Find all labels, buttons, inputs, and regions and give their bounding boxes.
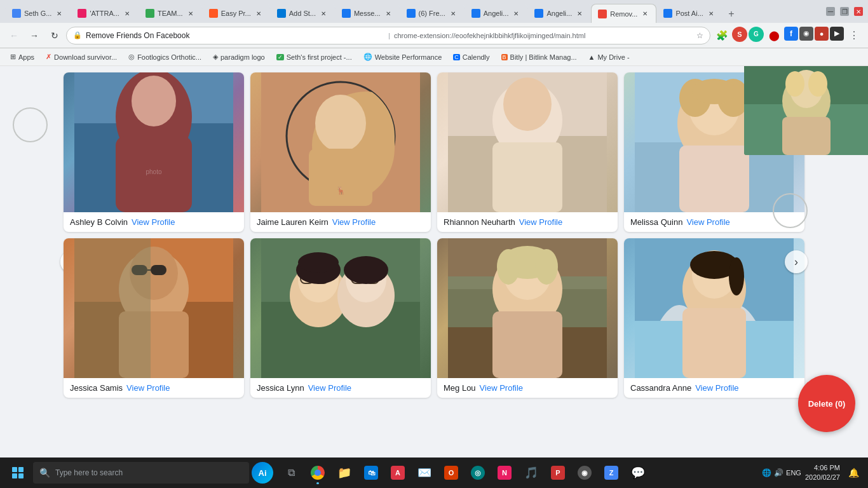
- friend-card-jessica-s[interactable]: Jessica Samis View Profile: [64, 238, 244, 398]
- bookmark-calendly[interactable]: C Calendly: [448, 52, 494, 62]
- tab-messe-close[interactable]: ✕: [384, 9, 393, 18]
- bookmark-apps[interactable]: ⊞ Apps: [5, 51, 39, 62]
- profile-icon[interactable]: S: [732, 27, 747, 42]
- bookmark-star-icon[interactable]: ☆: [696, 31, 703, 40]
- forward-button[interactable]: →: [25, 27, 43, 44]
- tab-remove-close[interactable]: ✕: [641, 10, 649, 18]
- app15-taskbar[interactable]: 💬: [625, 460, 651, 485]
- ext2-icon[interactable]: ◉: [799, 27, 813, 41]
- tab-remove[interactable]: Remov... ✕: [591, 4, 656, 23]
- tab-team[interactable]: TEAM... ✕: [139, 4, 202, 23]
- jessica-s-view-profile[interactable]: View Profile: [126, 383, 170, 393]
- app11-icon: 🎵: [524, 466, 538, 480]
- app8-taskbar[interactable]: O: [438, 460, 464, 485]
- volume-icon[interactable]: 🔊: [774, 468, 783, 477]
- meg-view-profile[interactable]: View Profile: [480, 383, 523, 393]
- chrome-taskbar[interactable]: [305, 460, 330, 485]
- app10-taskbar[interactable]: N: [492, 460, 517, 485]
- bookmark-website-label: Website Performance: [375, 53, 442, 61]
- tab-6free-close[interactable]: ✕: [449, 9, 458, 18]
- tab-angeli2[interactable]: Angeli... ✕: [527, 4, 591, 23]
- app12-taskbar[interactable]: P: [545, 460, 571, 485]
- tab-add[interactable]: Add St... ✕: [270, 4, 335, 23]
- bookmark-drive[interactable]: ▲ My Drive -: [583, 52, 635, 62]
- search-bar[interactable]: 🔍 Type here to search: [33, 462, 249, 484]
- maximize-button[interactable]: ❐: [840, 7, 849, 16]
- tab-postai[interactable]: Post Ai... ✕: [656, 4, 722, 23]
- language-indicator[interactable]: ENG: [786, 469, 801, 477]
- tab-seth-g[interactable]: Seth G... ✕: [5, 4, 71, 23]
- friend-card-cassandra[interactable]: Cassandra Anne View Profile: [624, 238, 804, 398]
- tab-easy[interactable]: Easy Pr... ✕: [202, 4, 270, 23]
- jaime-view-profile[interactable]: View Profile: [332, 217, 376, 227]
- tab-angeli1[interactable]: Angeli... ✕: [465, 4, 528, 23]
- tab-messe[interactable]: Messe... ✕: [335, 4, 400, 23]
- minimize-button[interactable]: ─: [826, 7, 835, 16]
- pdf-taskbar[interactable]: A: [385, 460, 410, 485]
- tab-postai-close[interactable]: ✕: [707, 9, 715, 18]
- bookmark-website[interactable]: 🌐 Website Performance: [358, 51, 447, 62]
- store-taskbar[interactable]: 🛍: [358, 460, 384, 485]
- jessica-l-view-profile[interactable]: View Profile: [308, 383, 351, 393]
- app11-taskbar[interactable]: 🎵: [519, 460, 544, 485]
- friend-card-rhiannon[interactable]: Rhiannon Neuharth View Profile: [437, 72, 618, 232]
- new-tab-button[interactable]: +: [722, 5, 740, 23]
- svg-point-9: [315, 95, 366, 152]
- cassandra-view-profile[interactable]: View Profile: [695, 383, 738, 393]
- bookmark-seths[interactable]: ✓ Seth's first project -...: [271, 52, 357, 62]
- facebook-icon[interactable]: f: [784, 27, 798, 41]
- lastpass-icon[interactable]: ⬤: [765, 27, 783, 44]
- bookmark-paradigm[interactable]: ◈ paradigm logo: [208, 51, 270, 62]
- app14-taskbar[interactable]: Z: [599, 460, 624, 485]
- bookmark-bitly-label: Bitly | Bitlink Manag...: [510, 53, 577, 61]
- friend-card-meg[interactable]: Meg Lou View Profile: [437, 238, 618, 398]
- notification-button[interactable]: 🔔: [844, 463, 863, 482]
- file-explorer-taskbar[interactable]: 📁: [332, 460, 357, 485]
- tab-seth-close[interactable]: ✕: [55, 9, 64, 18]
- address-bar[interactable]: 🔒 Remove Friends On Facebook | chrome-ex…: [66, 27, 710, 44]
- tab-angeli1-close[interactable]: ✕: [512, 9, 520, 18]
- friend-card-jessica-l[interactable]: Jessica Lynn View Profile: [250, 238, 431, 398]
- friend-card-ashley[interactable]: photo Ashley B Colvin View Profile: [64, 72, 244, 232]
- melissa-view-profile[interactable]: View Profile: [686, 217, 729, 227]
- system-clock[interactable]: 4:06 PM 2020/02/27: [805, 463, 840, 483]
- reload-button[interactable]: ↻: [46, 27, 64, 44]
- cortana-button[interactable]: Ai: [252, 462, 273, 484]
- rhiannon-view-profile[interactable]: View Profile: [519, 217, 562, 227]
- tab-attra[interactable]: 'ATTRA... ✕: [71, 4, 139, 23]
- tab-add-close[interactable]: ✕: [319, 9, 328, 18]
- next-friends-button[interactable]: ›: [785, 250, 808, 273]
- tab-angeli2-close[interactable]: ✕: [575, 9, 584, 18]
- taskbar-right: 🌐 🔊 ENG 4:06 PM 2020/02/27 🔔: [762, 463, 863, 483]
- svg-rect-30: [151, 265, 166, 275]
- back-button[interactable]: ←: [5, 27, 23, 44]
- close-button[interactable]: ✕: [854, 7, 863, 16]
- bookmark-footlogics[interactable]: ◎ Footlogics Orthotic...: [123, 51, 207, 62]
- ext3-icon[interactable]: ●: [815, 27, 829, 41]
- mail-taskbar[interactable]: ✉️: [412, 460, 437, 485]
- ashley-name: Ashley B Colvin: [70, 217, 128, 227]
- menu-button[interactable]: ⋮: [845, 27, 863, 44]
- ext4-icon[interactable]: ▶: [830, 27, 844, 41]
- tab-team-close[interactable]: ✕: [186, 9, 195, 18]
- taskview-button[interactable]: ⧉: [278, 460, 304, 485]
- tab-seth-label: Seth G...: [24, 10, 51, 17]
- bookmark-footlogics-label: Footlogics Orthotic...: [137, 53, 201, 61]
- extensions-icon[interactable]: 🧩: [713, 27, 731, 44]
- start-button[interactable]: [5, 460, 31, 485]
- tab-6free[interactable]: (6) Fre... ✕: [400, 4, 465, 23]
- app9-taskbar[interactable]: ◎: [465, 460, 491, 485]
- app13-taskbar[interactable]: ◉: [572, 460, 597, 485]
- svg-point-48: [344, 256, 388, 284]
- bookmark-bitly[interactable]: B Bitly | Bitlink Manag...: [496, 52, 582, 62]
- friend-card-jaime[interactable]: 🦌 Jaime Lauren Keirn View Profile: [250, 72, 431, 232]
- friends-grid: photo Ashley B Colvin View Profile: [0, 66, 868, 458]
- tab-easy-close[interactable]: ✕: [254, 9, 263, 18]
- ashley-view-profile[interactable]: View Profile: [132, 217, 175, 227]
- network-icon[interactable]: 🌐: [762, 468, 771, 477]
- delete-button[interactable]: Delete (0): [798, 375, 855, 432]
- tab-attra-close[interactable]: ✕: [123, 9, 132, 18]
- grammarly-icon[interactable]: G: [749, 27, 764, 42]
- tab-attra-label: 'ATTRA...: [90, 10, 119, 17]
- bookmark-download[interactable]: ✗ Download survivor...: [41, 51, 122, 62]
